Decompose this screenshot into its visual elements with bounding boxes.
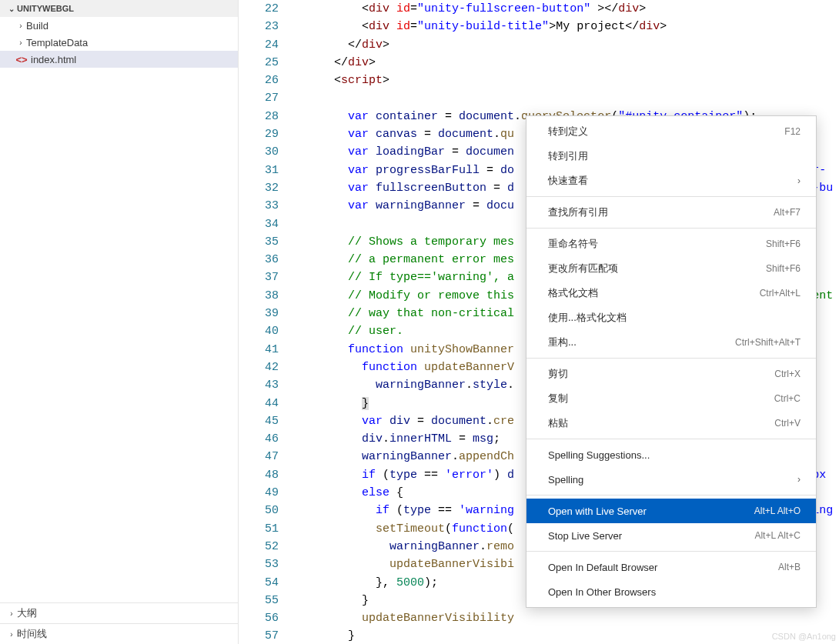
panel-header[interactable]: ›大纲: [0, 603, 238, 623]
html-file-icon: <>: [15, 53, 28, 65]
chevron-right-icon: ›: [15, 22, 26, 30]
line-number: 24: [239, 36, 279, 54]
line-number: 48: [239, 466, 279, 484]
menu-item[interactable]: 粘贴Ctrl+V: [526, 411, 816, 435]
sidebar: ⌄ UNITYWEBGL ›Build›TemplateData<>index.…: [0, 0, 239, 644]
line-number: 22: [239, 0, 279, 18]
line-number: 38: [239, 287, 279, 305]
menu-shortcut: Ctrl+X: [774, 369, 801, 379]
menu-item[interactable]: 快速查看›: [526, 169, 816, 193]
line-number: 31: [239, 162, 279, 179]
menu-item-label: Open In Default Browser: [548, 562, 657, 573]
menu-shortcut: Alt+F7: [774, 207, 801, 218]
line-number: 27: [239, 89, 279, 107]
menu-item-label: 转到定义: [548, 125, 588, 138]
menu-item[interactable]: 复制Ctrl+C: [526, 386, 816, 411]
menu-separator: [526, 196, 816, 197]
menu-item[interactable]: Stop Live ServerAlt+L Alt+C: [526, 523, 816, 548]
line-number: 53: [239, 556, 279, 573]
menu-shortcut: Ctrl+C: [774, 393, 801, 404]
file-explorer: ⌄ UNITYWEBGL ›Build›TemplateData<>index.…: [0, 0, 238, 602]
menu-item[interactable]: 转到引用: [526, 144, 816, 169]
line-number: 41: [239, 341, 279, 359]
tree-item-label: TemplateData: [26, 37, 88, 48]
line-number: 25: [239, 54, 279, 72]
line-number: 49: [239, 484, 279, 502]
line-number: 44: [239, 395, 279, 412]
code-line[interactable]: </div>: [306, 36, 839, 54]
menu-item-label: 重构...: [548, 335, 577, 349]
menu-item[interactable]: Spelling›: [526, 467, 816, 492]
line-number: 28: [239, 108, 279, 125]
tree-file[interactable]: <>index.html: [0, 51, 238, 68]
line-number: 47: [239, 448, 279, 465]
code-line[interactable]: }: [306, 627, 839, 644]
chevron-right-icon: ›: [6, 609, 17, 618]
line-number: 36: [239, 251, 279, 269]
line-number: 54: [239, 574, 279, 592]
line-number: 30: [239, 143, 279, 161]
line-number: 50: [239, 502, 279, 519]
line-number: 43: [239, 376, 279, 394]
fold-column: [292, 0, 306, 644]
line-number: 57: [239, 627, 279, 644]
menu-item-label: Spelling Suggestions...: [548, 449, 650, 461]
menu-item-label: Spelling: [548, 474, 583, 486]
line-number: 55: [239, 592, 279, 609]
menu-shortcut: Ctrl+Alt+L: [760, 288, 801, 299]
menu-item-label: 重命名符号: [548, 237, 598, 251]
line-number: 45: [239, 412, 279, 430]
menu-shortcut: Shift+F6: [766, 239, 801, 249]
menu-item-label: Open with Live Server: [548, 506, 647, 517]
watermark: CSDN @An1ong: [772, 632, 836, 641]
code-line[interactable]: <script>: [306, 72, 839, 89]
menu-item-label: 转到引用: [548, 149, 588, 163]
menu-item-label: 使用...格式化文档: [548, 311, 627, 325]
menu-item[interactable]: 格式化文档Ctrl+Alt+L: [526, 281, 816, 305]
code-line[interactable]: <div id="unity-fullscreen-button" ></div…: [306, 0, 839, 18]
menu-item[interactable]: 重构...Ctrl+Shift+Alt+T: [526, 330, 816, 355]
chevron-right-icon: ›: [15, 38, 26, 47]
menu-shortcut: Alt+L Alt+C: [754, 530, 801, 541]
menu-item[interactable]: 剪切Ctrl+X: [526, 362, 816, 386]
menu-item[interactable]: Open In Default BrowserAlt+B: [526, 555, 816, 579]
code-line[interactable]: [306, 89, 839, 107]
menu-item[interactable]: Spelling Suggestions...: [526, 442, 816, 467]
line-number: 51: [239, 520, 279, 538]
menu-item[interactable]: 重命名符号Shift+F6: [526, 232, 816, 256]
tree-item-label: index.html: [31, 54, 76, 65]
menu-item[interactable]: 更改所有匹配项Shift+F6: [526, 256, 816, 281]
menu-item-label: 更改所有匹配项: [548, 262, 618, 275]
menu-separator: [526, 495, 816, 496]
code-line[interactable]: <div id="unity-build-title">My project</…: [306, 18, 839, 35]
code-line[interactable]: updateBannerVisibility: [306, 609, 839, 627]
menu-item-label: Open In Other Browsers: [548, 586, 656, 598]
tree-folder[interactable]: ›Build: [0, 17, 238, 34]
tree-folder[interactable]: ›TemplateData: [0, 34, 238, 51]
menu-item-label: 粘贴: [548, 416, 568, 430]
tree-root[interactable]: ⌄ UNITYWEBGL: [0, 0, 238, 17]
code-line[interactable]: </div>: [306, 54, 839, 72]
chevron-right-icon: ›: [797, 474, 801, 485]
menu-separator: [526, 551, 816, 552]
menu-item[interactable]: 转到定义F12: [526, 119, 816, 144]
line-number: 26: [239, 72, 279, 89]
chevron-down-icon: ⌄: [6, 5, 17, 13]
line-number: 29: [239, 125, 279, 143]
menu-item-label: 快速查看: [548, 174, 588, 188]
menu-item[interactable]: Open with Live ServerAlt+L Alt+O: [526, 499, 816, 523]
line-number: 52: [239, 538, 279, 556]
menu-item[interactable]: Open In Other Browsers: [526, 579, 816, 604]
menu-shortcut: Alt+L Alt+O: [754, 506, 801, 516]
line-number: 35: [239, 233, 279, 251]
menu-separator: [526, 228, 816, 229]
menu-item-label: 复制: [548, 392, 568, 405]
menu-item-label: 剪切: [548, 367, 568, 381]
menu-item[interactable]: 使用...格式化文档: [526, 305, 816, 330]
menu-item[interactable]: 查找所有引用Alt+F7: [526, 200, 816, 225]
line-number: 39: [239, 305, 279, 322]
line-number: 40: [239, 322, 279, 340]
panel-header[interactable]: ›时间线: [0, 624, 238, 644]
menu-shortcut: F12: [784, 126, 801, 137]
panel-label: 时间线: [17, 627, 47, 641]
